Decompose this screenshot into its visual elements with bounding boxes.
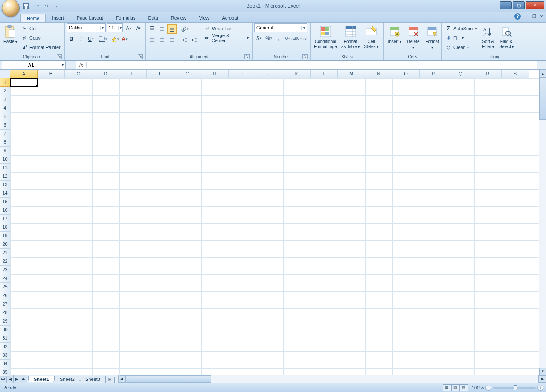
- column-header[interactable]: K: [283, 70, 311, 78]
- restore-window-icon[interactable]: ❐: [532, 14, 536, 19]
- hscroll-thumb[interactable]: [126, 375, 211, 383]
- row-header[interactable]: 27: [0, 300, 10, 308]
- scroll-up-icon[interactable]: ▲: [539, 70, 546, 77]
- row-header[interactable]: 20: [0, 240, 10, 249]
- tab-formulas[interactable]: Formulas: [110, 13, 142, 22]
- fx-button[interactable]: fx: [76, 62, 87, 68]
- sheet-tab[interactable]: Sheet3: [80, 376, 106, 382]
- row-header[interactable]: 1: [0, 78, 10, 87]
- row-header[interactable]: 28: [0, 308, 10, 317]
- office-button[interactable]: [2, 0, 20, 17]
- tab-home[interactable]: Home: [20, 14, 46, 22]
- row-header[interactable]: 9: [0, 147, 10, 155]
- close-button[interactable]: ✕: [526, 1, 544, 9]
- row-header[interactable]: 2: [0, 87, 10, 95]
- insert-cells-button[interactable]: Insert: [386, 23, 404, 45]
- row-header[interactable]: 6: [0, 121, 10, 130]
- italic-button[interactable]: I: [76, 35, 86, 44]
- tab-view[interactable]: View: [193, 13, 216, 22]
- column-header[interactable]: F: [147, 70, 174, 78]
- redo-icon[interactable]: ↷: [43, 2, 50, 10]
- name-box[interactable]: ▾: [2, 61, 66, 69]
- font-size-combo[interactable]: ▾: [107, 23, 123, 32]
- row-header[interactable]: 35: [0, 368, 10, 377]
- page-break-button[interactable]: ▧: [460, 384, 468, 391]
- column-header[interactable]: M: [338, 70, 365, 78]
- clear-button[interactable]: ◇Clear▾: [444, 43, 479, 52]
- decrease-indent-button[interactable]: [180, 35, 189, 45]
- row-header[interactable]: 15: [0, 198, 10, 206]
- row-header[interactable]: 8: [0, 138, 10, 147]
- format-painter-button[interactable]: 🖌Format Painter: [20, 43, 62, 52]
- new-sheet-button[interactable]: ✻: [105, 377, 115, 383]
- minimize-button[interactable]: —: [500, 1, 512, 9]
- qat-customize-icon[interactable]: ▾: [53, 2, 61, 10]
- row-header[interactable]: 5: [0, 112, 10, 121]
- find-select-button[interactable]: Find & Select: [497, 23, 515, 50]
- column-header[interactable]: R: [474, 70, 502, 78]
- align-center-button[interactable]: [157, 35, 167, 45]
- row-header[interactable]: 33: [0, 351, 10, 360]
- row-header[interactable]: 25: [0, 283, 10, 291]
- zoom-slider[interactable]: [493, 387, 536, 389]
- column-header[interactable]: O: [392, 70, 420, 78]
- row-header[interactable]: 34: [0, 360, 10, 368]
- decrease-decimal-button[interactable]: .00→.0: [296, 34, 305, 43]
- zoom-out-button[interactable]: −: [485, 385, 491, 391]
- column-header[interactable]: D: [92, 70, 119, 78]
- row-header[interactable]: 26: [0, 291, 10, 300]
- column-header[interactable]: N: [365, 70, 392, 78]
- row-header[interactable]: 22: [0, 257, 10, 266]
- row-header[interactable]: 11: [0, 164, 10, 172]
- row-header[interactable]: 16: [0, 206, 10, 215]
- conditional-formatting-button[interactable]: Conditional Formatting: [312, 23, 339, 50]
- horizontal-scrollbar[interactable]: ◀ ▶: [118, 375, 546, 383]
- column-header[interactable]: E: [119, 70, 147, 78]
- clipboard-launcher[interactable]: ↘: [57, 54, 62, 59]
- help-icon[interactable]: ?: [514, 13, 521, 20]
- expand-formula-bar-icon[interactable]: ⌄: [539, 63, 546, 67]
- tab-data[interactable]: Data: [142, 13, 164, 22]
- column-header[interactable]: B: [38, 70, 65, 78]
- align-bottom-button[interactable]: [167, 24, 177, 34]
- row-header[interactable]: 3: [0, 95, 10, 104]
- fill-color-button[interactable]: [110, 35, 119, 44]
- number-format-combo[interactable]: ▾: [254, 23, 307, 32]
- sort-filter-button[interactable]: AZ Sort & Filter: [479, 23, 497, 50]
- save-icon[interactable]: [22, 2, 30, 10]
- bold-button[interactable]: B: [67, 35, 76, 44]
- orientation-button[interactable]: ab: [180, 24, 189, 34]
- border-button[interactable]: [98, 35, 107, 44]
- font-color-button[interactable]: A: [120, 35, 129, 44]
- row-header[interactable]: 24: [0, 274, 10, 283]
- shrink-font-button[interactable]: A▾: [134, 23, 143, 33]
- column-header[interactable]: Q: [447, 70, 474, 78]
- autosum-button[interactable]: ΣAutoSum▾: [444, 24, 479, 33]
- row-header[interactable]: 32: [0, 343, 10, 351]
- vscroll-thumb[interactable]: [539, 77, 546, 120]
- wrap-text-button[interactable]: ↩Wrap Text: [202, 24, 250, 33]
- font-name-combo[interactable]: ▾: [67, 23, 106, 32]
- undo-icon[interactable]: ↶▾: [32, 2, 40, 10]
- row-header[interactable]: 30: [0, 326, 10, 334]
- cut-button[interactable]: ✂Cut: [20, 24, 62, 33]
- row-header[interactable]: 7: [0, 130, 10, 138]
- row-header[interactable]: 31: [0, 334, 10, 343]
- cell-styles-button[interactable]: Cell Styles: [362, 23, 380, 50]
- align-left-button[interactable]: [148, 35, 157, 45]
- namebox-dropdown-icon[interactable]: ▾: [60, 63, 65, 67]
- tab-review[interactable]: Review: [165, 13, 193, 22]
- tab-page-layout[interactable]: Page Layout: [70, 13, 110, 22]
- sheet-tab[interactable]: Sheet1: [28, 376, 55, 382]
- column-header[interactable]: J: [256, 70, 283, 78]
- sheet-tab[interactable]: Sheet2: [54, 376, 80, 382]
- column-header[interactable]: I: [229, 70, 256, 78]
- align-right-button[interactable]: [167, 35, 177, 45]
- delete-cells-button[interactable]: Delete: [404, 23, 422, 50]
- row-header[interactable]: 21: [0, 249, 10, 257]
- column-header[interactable]: P: [420, 70, 447, 78]
- column-header[interactable]: C: [65, 70, 92, 78]
- paste-button[interactable]: Paste: [2, 23, 19, 45]
- row-header[interactable]: 4: [0, 104, 10, 112]
- grow-font-button[interactable]: A▴: [124, 23, 133, 33]
